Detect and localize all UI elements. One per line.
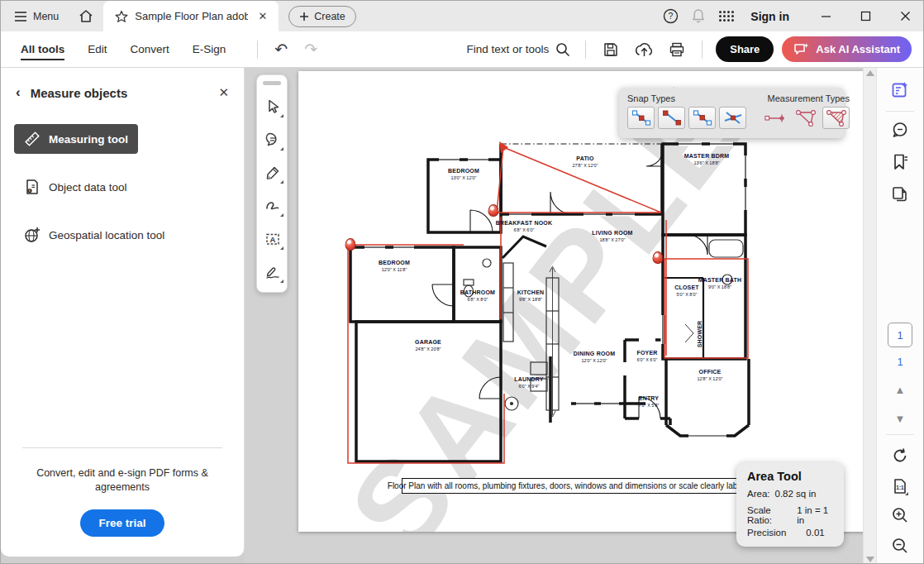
minimize-button[interactable] bbox=[807, 1, 844, 31]
create-label: Create bbox=[314, 11, 345, 22]
snap-to-midpoints-button[interactable] bbox=[688, 107, 716, 129]
save-icon bbox=[603, 41, 619, 58]
scroll-down-icon[interactable] bbox=[866, 557, 874, 562]
apps-grid-button[interactable] bbox=[714, 4, 739, 29]
plus-icon bbox=[299, 12, 309, 22]
vertical-scrollbar[interactable] bbox=[863, 68, 876, 564]
ask-ai-assistant-button[interactable]: Ask AI Assistant bbox=[782, 36, 912, 62]
ai-chat-icon bbox=[793, 42, 809, 56]
edit-tool-button[interactable] bbox=[257, 156, 288, 189]
home-button[interactable] bbox=[69, 1, 103, 31]
svg-text:A: A bbox=[270, 235, 276, 244]
measuring-tool-item[interactable]: Measuring tool bbox=[14, 124, 138, 154]
save-button[interactable] bbox=[597, 36, 625, 64]
distance-tool-button[interactable] bbox=[761, 107, 788, 129]
print-button[interactable] bbox=[663, 36, 691, 64]
tab-esign[interactable]: E-Sign bbox=[193, 33, 226, 65]
globe-plus-icon bbox=[24, 227, 40, 243]
zoom-in-icon bbox=[891, 506, 909, 524]
find-button[interactable]: Find text or tools bbox=[460, 42, 577, 57]
tab-close-icon[interactable]: ✕ bbox=[255, 8, 270, 24]
ruler-icon bbox=[24, 131, 40, 147]
area-tool-title: Area Tool bbox=[747, 470, 833, 483]
scale-ratio-value: 1 in = 1 in bbox=[797, 505, 833, 525]
text-select-tool-button[interactable]: A bbox=[257, 222, 288, 256]
menu-label: Menu bbox=[33, 11, 59, 22]
panel-back-button[interactable]: ‹ bbox=[16, 84, 21, 101]
close-window-button[interactable] bbox=[887, 1, 923, 31]
comment-tool-button[interactable] bbox=[257, 123, 288, 156]
page-thumbnails-icon bbox=[891, 185, 909, 203]
bookmarks-button[interactable] bbox=[886, 148, 914, 176]
undo-button[interactable]: ↶ bbox=[266, 40, 296, 59]
close-icon bbox=[900, 11, 911, 22]
signature-icon bbox=[264, 264, 281, 280]
current-page-input[interactable]: 1 bbox=[888, 323, 912, 347]
geospatial-location-tool-item[interactable]: Geospatial location tool bbox=[14, 220, 174, 250]
tab-all-tools[interactable]: All tools bbox=[21, 33, 64, 65]
toolbar-drag-handle[interactable] bbox=[263, 81, 281, 85]
snap-to-endpoints-button[interactable] bbox=[658, 107, 685, 129]
panel-close-button[interactable]: ✕ bbox=[218, 85, 229, 100]
scroll-up-icon[interactable] bbox=[866, 70, 874, 76]
titlebar: Menu Sample Floor Plan adob... ✕ Create … bbox=[1, 1, 923, 31]
area-label: Area: bbox=[747, 489, 770, 499]
tab-edit[interactable]: Edit bbox=[88, 33, 107, 65]
zoom-out-button[interactable] bbox=[886, 532, 914, 560]
freeform-icon bbox=[264, 198, 281, 214]
divider bbox=[585, 41, 586, 59]
snap-to-intersections-button[interactable] bbox=[719, 107, 746, 129]
ask-ai-label: Ask AI Assistant bbox=[816, 43, 900, 55]
previous-page-button[interactable]: ▲ bbox=[895, 384, 906, 396]
panel-title: Measure objects bbox=[31, 86, 209, 100]
perimeter-tool-icon bbox=[795, 109, 817, 127]
divider bbox=[22, 447, 222, 448]
rotate-page-button[interactable] bbox=[886, 442, 914, 470]
area-tool-button[interactable] bbox=[822, 107, 850, 129]
redo-button[interactable]: ↷ bbox=[296, 40, 326, 59]
sign-in-button[interactable]: Sign in bbox=[750, 10, 789, 23]
rotate-icon bbox=[891, 447, 909, 465]
document-tab[interactable]: Sample Floor Plan adob... ✕ bbox=[103, 1, 279, 31]
draw-tool-button[interactable] bbox=[257, 189, 288, 222]
current-page-value: 1 bbox=[897, 329, 903, 342]
sign-tool-button[interactable] bbox=[257, 256, 288, 289]
one-to-one-zoom-button[interactable]: 1:1 bbox=[886, 472, 914, 500]
star-icon bbox=[115, 10, 128, 23]
divider bbox=[886, 434, 914, 435]
page-thumbnails-button[interactable] bbox=[886, 180, 914, 208]
menu-button[interactable]: Menu bbox=[1, 1, 69, 31]
next-page-button[interactable]: ▼ bbox=[895, 413, 906, 425]
notifications-button[interactable] bbox=[686, 4, 711, 29]
tab-title: Sample Floor Plan adob... bbox=[135, 10, 248, 22]
snap-to-endpoints-icon bbox=[662, 110, 682, 126]
object-data-tool-label: Object data tool bbox=[49, 181, 127, 194]
home-icon bbox=[79, 9, 93, 23]
help-button[interactable]: ? bbox=[658, 4, 683, 29]
share-label: Share bbox=[730, 43, 760, 55]
zoom-in-button[interactable] bbox=[886, 501, 914, 529]
svg-text:1:1: 1:1 bbox=[896, 485, 904, 490]
caption-box: Floor Plan with all rooms, plumbing fixt… bbox=[402, 478, 739, 494]
distance-tool-icon bbox=[764, 112, 786, 124]
free-trial-button[interactable]: Free trial bbox=[80, 509, 164, 537]
promo-text: Convert, edit and e-sign PDF forms & agr… bbox=[27, 466, 217, 495]
comments-button[interactable] bbox=[886, 116, 914, 144]
upload-button[interactable] bbox=[630, 36, 658, 64]
share-button[interactable]: Share bbox=[716, 36, 774, 62]
object-data-tool-item[interactable]: i Object data tool bbox=[14, 172, 137, 202]
area-tool-infobox: Area Tool Area:0.82 sq in Scale Ratio:1 … bbox=[736, 462, 844, 547]
measuring-tool-label: Measuring tool bbox=[49, 133, 128, 146]
create-button[interactable]: Create bbox=[288, 6, 356, 27]
one-to-one-icon: 1:1 bbox=[891, 477, 909, 495]
tab-convert[interactable]: Convert bbox=[131, 33, 169, 65]
maximize-button[interactable] bbox=[847, 1, 884, 31]
divider bbox=[702, 41, 703, 59]
zoom-out-icon bbox=[891, 537, 909, 555]
select-tool-button[interactable] bbox=[257, 90, 288, 123]
upload-cloud-icon bbox=[636, 41, 653, 58]
geospatial-tool-label: Geospatial location tool bbox=[49, 229, 164, 241]
ai-assistant-button[interactable] bbox=[886, 76, 914, 104]
perimeter-tool-button[interactable] bbox=[792, 107, 819, 129]
snap-to-paths-button[interactable] bbox=[627, 107, 655, 129]
